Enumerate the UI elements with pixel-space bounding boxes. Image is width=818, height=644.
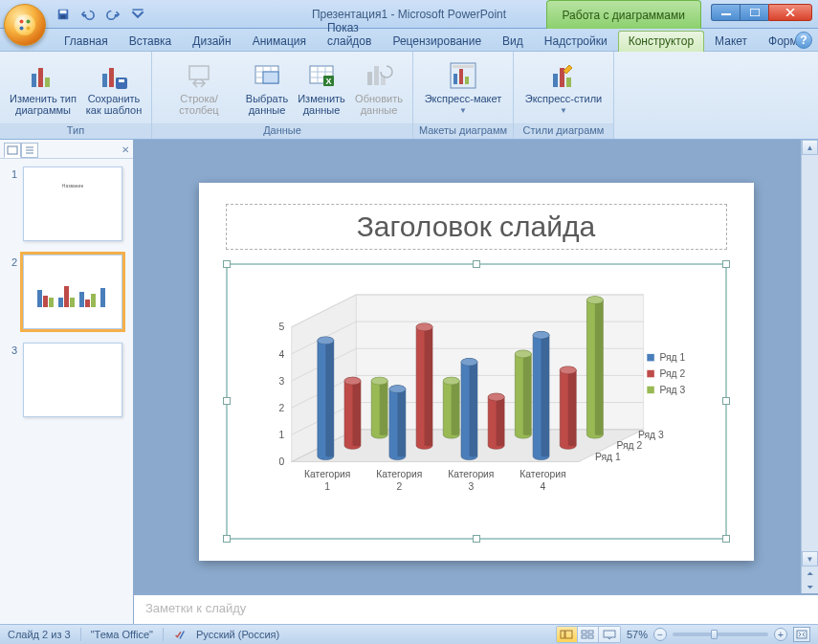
svg-text:Категория: Категория	[448, 469, 494, 479]
zoom-value[interactable]: 57%	[627, 629, 648, 640]
scroll-up-button[interactable]: ▲	[802, 140, 818, 155]
group-title-chart-layouts: Макеты диаграмм	[413, 123, 513, 139]
svg-rect-44	[91, 294, 96, 307]
tab-design[interactable]: Дизайн	[182, 31, 241, 52]
zoom-slider[interactable]	[673, 633, 768, 636]
maximize-button[interactable]	[740, 4, 768, 21]
tab-slideshow[interactable]: Показ слайдов	[317, 17, 382, 52]
tab-insert[interactable]: Вставка	[119, 31, 183, 52]
scroll-down-button[interactable]: ▼	[802, 551, 818, 566]
svg-rect-112	[797, 631, 807, 638]
status-language[interactable]: Русский (Россия)	[196, 629, 279, 640]
slide-thumbnail-1[interactable]: Название	[23, 167, 122, 241]
svg-rect-14	[109, 68, 114, 87]
svg-text:4: 4	[278, 348, 284, 359]
fit-to-window-button[interactable]	[793, 627, 810, 642]
qat-customize-button[interactable]	[128, 5, 147, 24]
tab-addins[interactable]: Надстройки	[534, 31, 618, 52]
change-chart-type-button[interactable]: Изменить тип диаграммы	[6, 56, 80, 121]
outline-view-tab[interactable]	[21, 143, 38, 158]
office-button[interactable]	[4, 4, 46, 46]
svg-rect-105	[561, 631, 564, 638]
svg-rect-6	[60, 14, 65, 18]
vertical-scrollbar[interactable]: ▲ ▼ ⏶ ⏷	[801, 140, 818, 593]
status-slide-counter: Слайд 2 из 3	[8, 629, 71, 640]
tab-review[interactable]: Рецензирование	[382, 31, 492, 52]
zoom-out-button[interactable]: −	[653, 628, 667, 641]
tab-chart-design[interactable]: Конструктор	[618, 31, 704, 52]
save-as-template-button[interactable]: Сохранить как шаблон	[82, 56, 145, 121]
chart-tools-context-title: Работа с диаграммами	[546, 0, 702, 29]
close-pane-button[interactable]: ✕	[122, 144, 129, 155]
svg-rect-13	[102, 74, 107, 87]
quick-layout-button[interactable]: Экспресс-макет ▼	[419, 56, 507, 121]
svg-text:Категория: Категория	[376, 469, 422, 479]
svg-point-87	[533, 331, 549, 339]
normal-view-button[interactable]	[557, 627, 578, 642]
svg-point-2	[19, 26, 23, 30]
qat-redo-button[interactable]	[103, 5, 122, 24]
slideshow-view-button[interactable]	[599, 627, 620, 642]
svg-point-63	[586, 296, 603, 303]
chart-placeholder[interactable]: 012345Категория1Категория2Категория3Кате…	[226, 263, 727, 540]
spell-check-icon	[173, 628, 187, 641]
svg-rect-34	[566, 78, 571, 87]
slide-thumbnail-3[interactable]	[23, 343, 122, 417]
qat-save-button[interactable]	[54, 5, 73, 24]
svg-rect-16	[116, 78, 127, 89]
select-data-button[interactable]: Выбрать данные	[242, 56, 292, 121]
svg-rect-36	[37, 290, 42, 307]
svg-text:1: 1	[278, 430, 284, 440]
edit-data-button[interactable]: X Изменить данные	[294, 56, 349, 121]
svg-text:Ряд 2: Ряд 2	[616, 440, 642, 451]
svg-rect-17	[119, 79, 124, 82]
svg-text:Ряд 1: Ряд 1	[594, 451, 620, 461]
svg-text:1: 1	[324, 480, 330, 491]
refresh-data-button[interactable]: Обновить данные	[351, 56, 407, 121]
quick-styles-button[interactable]: Экспресс-стили ▼	[520, 56, 608, 121]
svg-rect-39	[58, 298, 63, 307]
slide-canvas[interactable]: Заголовок слайда 012345Категория1Категор…	[199, 183, 754, 561]
svg-point-1	[26, 19, 30, 23]
slides-view-tab[interactable]	[4, 143, 21, 158]
close-button[interactable]	[768, 4, 812, 21]
svg-point-3	[26, 26, 30, 30]
switch-row-column-button[interactable]: Строка/столбец	[158, 56, 240, 121]
slides-panel: ✕ 1 Название 2 3	[0, 140, 134, 624]
tab-chart-layout[interactable]: Макет	[704, 31, 758, 52]
svg-rect-29	[459, 69, 463, 84]
notes-pane[interactable]: Заметки к слайду	[134, 593, 818, 624]
tab-home[interactable]: Главная	[54, 31, 119, 52]
svg-rect-28	[453, 74, 457, 84]
qat-undo-button[interactable]	[78, 5, 98, 24]
tab-view[interactable]: Вид	[492, 31, 534, 52]
next-slide-button[interactable]: ⏷	[802, 580, 818, 593]
zoom-in-button[interactable]: +	[774, 628, 787, 641]
group-title-chart-styles: Стили диаграмм	[514, 123, 613, 139]
slide-title-placeholder[interactable]: Заголовок слайда	[226, 204, 727, 250]
edit-data-icon: X	[306, 60, 337, 91]
svg-point-60	[515, 350, 531, 358]
sorter-view-button[interactable]	[578, 627, 599, 642]
help-button[interactable]: ?	[795, 32, 812, 49]
svg-rect-20	[263, 72, 278, 83]
svg-text:Ряд 3: Ряд 3	[659, 385, 685, 395]
svg-text:2: 2	[278, 402, 284, 412]
slide-thumbnail-2[interactable]	[23, 255, 122, 329]
svg-rect-35	[8, 146, 17, 154]
prev-slide-button[interactable]: ⏶	[802, 566, 818, 580]
svg-rect-5	[60, 10, 67, 13]
svg-text:Категория: Категория	[520, 469, 565, 479]
svg-rect-110	[588, 635, 593, 638]
chevron-down-icon: ▼	[459, 106, 467, 115]
svg-text:5: 5	[278, 322, 284, 332]
minimize-button[interactable]	[711, 4, 740, 21]
svg-rect-108	[588, 631, 593, 633]
tab-animation[interactable]: Анимация	[242, 31, 317, 52]
chart-3d-cylinder[interactable]: 012345Категория1Категория2Категория3Кате…	[243, 275, 710, 532]
svg-rect-8	[721, 13, 731, 15]
status-theme: "Тема Office"	[91, 629, 153, 640]
svg-point-0	[19, 19, 23, 23]
svg-rect-41	[70, 298, 75, 307]
svg-text:Категория: Категория	[304, 469, 350, 479]
